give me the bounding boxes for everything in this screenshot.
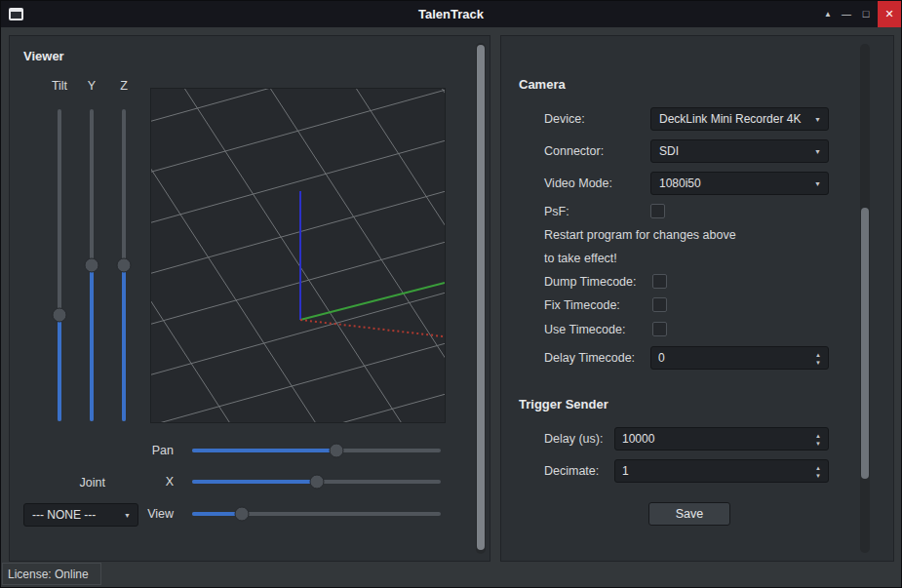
axis-green-line: [300, 283, 445, 320]
slider-handle[interactable]: [117, 258, 132, 273]
status-license: License: Online: [8, 566, 89, 583]
slider-handle[interactable]: [329, 444, 343, 458]
chevron-down-icon: ▼: [814, 108, 821, 131]
fix-timecode-checkbox[interactable]: [652, 297, 667, 312]
slider-fill: [122, 265, 126, 421]
save-button[interactable]: Save: [648, 502, 730, 526]
viewer-title: Viewer: [23, 49, 64, 64]
device-label: Device:: [544, 111, 647, 127]
use-timecode-checkbox[interactable]: [652, 322, 667, 336]
rollup-icon[interactable]: ▲: [819, 1, 837, 27]
tilt-slider[interactable]: [50, 109, 69, 421]
x-slider-label: X: [105, 474, 174, 490]
spin-down-icon[interactable]: ▼: [815, 473, 821, 479]
delay-us-spinbox[interactable]: ▲ ▼: [614, 427, 829, 451]
delay-us-input[interactable]: [615, 428, 810, 450]
connector-select-value: SDI: [659, 144, 679, 158]
viewer-scrollbar[interactable]: [476, 43, 486, 554]
slider-fill: [90, 265, 94, 421]
z-slider[interactable]: [114, 109, 134, 421]
slider-handle[interactable]: [309, 475, 324, 490]
window-title: TalenTrack: [1, 1, 901, 27]
window-menu-icon-inner: [11, 12, 21, 19]
delay-timecode-label: Delay Timecode:: [544, 350, 649, 366]
x-slider[interactable]: [192, 472, 441, 491]
spin-arrows[interactable]: ▲ ▼: [811, 460, 825, 484]
app-window: TalenTrack ▲ — □ ✕ Viewer Tilt Y Z: [0, 0, 902, 588]
decimate-label: Decimate:: [544, 463, 612, 479]
chevron-down-icon: ▼: [124, 504, 131, 527]
dump-timecode-label: Dump Timecode:: [544, 274, 647, 290]
decimate-input[interactable]: [615, 460, 810, 482]
psf-checkbox[interactable]: [650, 204, 665, 218]
fix-timecode-label: Fix Timecode:: [544, 297, 647, 313]
settings-scrollbar[interactable]: [860, 44, 870, 553]
slider-handle[interactable]: [235, 507, 250, 522]
z-slider-label: Z: [104, 78, 143, 94]
joint-select[interactable]: --- NONE --- ▼: [23, 503, 138, 527]
delay-us-label: Delay (us):: [544, 431, 612, 447]
settings-panel: Camera Device: DeckLink Mini Recorder 4K…: [500, 35, 894, 562]
spin-arrows[interactable]: ▲ ▼: [811, 347, 825, 371]
statusbar-cell: License: Online: [2, 563, 101, 585]
restart-note-line2: to take effect!: [544, 251, 837, 266]
video-mode-select-value: 1080i50: [659, 176, 701, 190]
y-slider[interactable]: [82, 109, 101, 421]
slider-fill: [58, 315, 61, 421]
connector-select[interactable]: SDI ▼: [650, 139, 829, 163]
spin-up-icon[interactable]: ▲: [815, 352, 821, 358]
axis-red-dotted-line: [300, 320, 443, 336]
window-menu-icon[interactable]: [9, 8, 23, 20]
grid-3d-view: [151, 89, 446, 423]
spin-down-icon[interactable]: ▼: [815, 360, 821, 366]
use-timecode-label: Use Timecode:: [544, 322, 647, 337]
joint-select-value: --- NONE ---: [32, 508, 96, 522]
3d-viewport[interactable]: [150, 88, 446, 423]
minimize-icon[interactable]: —: [838, 1, 855, 27]
viewer-panel: Viewer Tilt Y Z: [9, 35, 490, 562]
trigger-sender-section-title: Trigger Sender: [519, 397, 608, 412]
slider-handle[interactable]: [85, 258, 99, 273]
connector-label: Connector:: [544, 143, 647, 159]
view-slider[interactable]: [192, 504, 441, 524]
decimate-spinbox[interactable]: ▲ ▼: [614, 459, 829, 483]
slider-fill: [192, 480, 317, 484]
pan-slider[interactable]: [192, 441, 441, 460]
joint-label: Joint: [49, 475, 105, 490]
dump-timecode-checkbox[interactable]: [652, 274, 667, 289]
device-select[interactable]: DeckLink Mini Recorder 4K ▼: [650, 107, 829, 131]
spin-arrows[interactable]: ▲ ▼: [811, 428, 825, 451]
spin-up-icon[interactable]: ▲: [815, 465, 821, 471]
restart-note-line1: Restart program for changes above: [544, 227, 837, 243]
delay-timecode-input[interactable]: [651, 347, 810, 369]
slider-fill: [192, 449, 336, 452]
slider-handle[interactable]: [53, 308, 67, 323]
spin-down-icon[interactable]: ▼: [815, 441, 821, 447]
device-select-value: DeckLink Mini Recorder 4K: [659, 112, 801, 126]
delay-timecode-spinbox[interactable]: ▲ ▼: [650, 346, 829, 370]
chevron-down-icon: ▼: [814, 140, 821, 163]
chevron-down-icon: ▼: [814, 173, 821, 195]
titlebar: TalenTrack ▲ — □ ✕: [1, 1, 901, 27]
camera-section-title: Camera: [519, 77, 566, 93]
spin-up-icon[interactable]: ▲: [815, 433, 821, 439]
psf-label: PsF:: [544, 204, 647, 219]
settings-scrollbar-thumb[interactable]: [861, 208, 869, 479]
maximize-icon[interactable]: □: [857, 1, 875, 27]
video-mode-label: Video Mode:: [544, 176, 647, 191]
viewer-scrollbar-thumb[interactable]: [477, 45, 485, 550]
pan-slider-label: Pan: [105, 443, 174, 458]
video-mode-select[interactable]: 1080i50 ▼: [650, 172, 829, 195]
close-icon[interactable]: ✕: [878, 1, 901, 27]
